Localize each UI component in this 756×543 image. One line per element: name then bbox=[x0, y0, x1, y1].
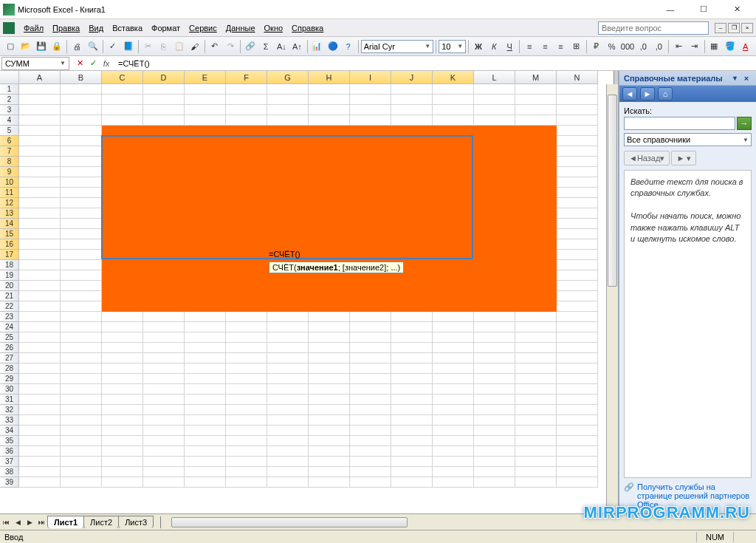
cell[interactable] bbox=[61, 384, 102, 395]
cell[interactable] bbox=[391, 343, 433, 353]
cell[interactable] bbox=[226, 353, 267, 363]
cell[interactable] bbox=[474, 477, 515, 488]
cell[interactable] bbox=[515, 405, 557, 415]
cell[interactable] bbox=[433, 343, 474, 353]
cell[interactable] bbox=[391, 395, 433, 405]
cell[interactable] bbox=[557, 332, 598, 343]
bold-icon[interactable]: Ж bbox=[471, 38, 486, 55]
cell[interactable] bbox=[61, 250, 102, 260]
menu-tools[interactable]: Сервис bbox=[185, 21, 221, 35]
maximize-button[interactable]: ☐ bbox=[687, 1, 720, 18]
row-header-37[interactable]: 37 bbox=[0, 457, 19, 467]
cell[interactable] bbox=[102, 95, 143, 105]
cell[interactable] bbox=[474, 84, 515, 95]
cell[interactable] bbox=[433, 446, 474, 457]
cell[interactable] bbox=[309, 343, 350, 353]
cell[interactable] bbox=[61, 157, 102, 167]
cell[interactable] bbox=[557, 395, 598, 405]
next-sheet-icon[interactable]: ▶ bbox=[24, 516, 35, 528]
cell[interactable] bbox=[19, 477, 61, 488]
column-header-M[interactable]: M bbox=[515, 71, 557, 84]
drawing-icon[interactable]: 🔵 bbox=[326, 38, 340, 55]
cell[interactable] bbox=[515, 426, 557, 436]
increase-decimal-icon[interactable]: ,0 bbox=[636, 38, 650, 55]
cell[interactable] bbox=[19, 115, 61, 126]
row-header-28[interactable]: 28 bbox=[0, 363, 19, 374]
cell[interactable] bbox=[515, 115, 557, 126]
cell[interactable] bbox=[557, 363, 598, 374]
cell[interactable] bbox=[515, 332, 557, 343]
cell[interactable] bbox=[557, 105, 598, 115]
font-color-icon[interactable]: A bbox=[738, 38, 753, 55]
cell[interactable] bbox=[309, 332, 350, 343]
back-button[interactable]: ◄ Назад ▾ bbox=[624, 151, 670, 165]
cell[interactable] bbox=[350, 467, 391, 477]
cell[interactable] bbox=[61, 426, 102, 436]
cell[interactable] bbox=[143, 353, 185, 363]
cell[interactable] bbox=[143, 363, 185, 374]
cell[interactable] bbox=[226, 332, 267, 343]
cell[interactable] bbox=[391, 84, 433, 95]
cell[interactable] bbox=[557, 270, 598, 281]
cell[interactable] bbox=[557, 312, 598, 322]
sheet-tab-2[interactable]: Лист2 bbox=[83, 516, 119, 528]
cell[interactable] bbox=[515, 395, 557, 405]
cell[interactable] bbox=[226, 115, 267, 126]
cell[interactable] bbox=[350, 477, 391, 488]
row-header-24[interactable]: 24 bbox=[0, 322, 19, 332]
cell[interactable] bbox=[309, 95, 350, 105]
cell[interactable] bbox=[391, 322, 433, 332]
cell[interactable] bbox=[350, 115, 391, 126]
active-cell-content[interactable]: =СЧЁТ() bbox=[269, 250, 300, 259]
cell[interactable] bbox=[102, 436, 143, 446]
column-header-G[interactable]: G bbox=[267, 71, 309, 84]
cell[interactable] bbox=[433, 363, 474, 374]
cell[interactable] bbox=[557, 167, 598, 177]
paste-icon[interactable]: 📋 bbox=[172, 38, 187, 55]
cell[interactable] bbox=[557, 188, 598, 198]
cell[interactable] bbox=[309, 363, 350, 374]
cell[interactable] bbox=[19, 395, 61, 405]
cell[interactable] bbox=[267, 395, 309, 405]
partner-services-link[interactable]: 🔗 Получить службы на странице решений па… bbox=[624, 482, 752, 509]
cell[interactable] bbox=[61, 291, 102, 301]
cell[interactable] bbox=[185, 467, 226, 477]
cell[interactable] bbox=[474, 405, 515, 415]
cell[interactable] bbox=[350, 446, 391, 457]
cell[interactable] bbox=[102, 105, 143, 115]
cell[interactable] bbox=[515, 477, 557, 488]
cell[interactable] bbox=[267, 95, 309, 105]
cell[interactable] bbox=[557, 415, 598, 426]
cell[interactable] bbox=[61, 126, 102, 136]
cell[interactable] bbox=[309, 457, 350, 467]
cell[interactable] bbox=[61, 84, 102, 95]
cell[interactable] bbox=[19, 384, 61, 395]
cell[interactable] bbox=[19, 436, 61, 446]
cell[interactable] bbox=[433, 105, 474, 115]
cell[interactable] bbox=[61, 115, 102, 126]
cell[interactable] bbox=[433, 312, 474, 322]
cell[interactable] bbox=[61, 229, 102, 239]
cell[interactable] bbox=[19, 332, 61, 343]
cell[interactable] bbox=[309, 115, 350, 126]
cell[interactable] bbox=[557, 467, 598, 477]
cell[interactable] bbox=[102, 467, 143, 477]
cell[interactable] bbox=[557, 405, 598, 415]
cell[interactable] bbox=[61, 239, 102, 250]
row-header-1[interactable]: 1 bbox=[0, 84, 19, 95]
cell[interactable] bbox=[19, 219, 61, 229]
cell[interactable] bbox=[61, 146, 102, 157]
cell[interactable] bbox=[185, 446, 226, 457]
italic-icon[interactable]: К bbox=[487, 38, 501, 55]
cell[interactable] bbox=[226, 405, 267, 415]
cell[interactable] bbox=[391, 467, 433, 477]
search-go-button[interactable]: → bbox=[737, 117, 752, 130]
cell[interactable] bbox=[226, 446, 267, 457]
cell[interactable] bbox=[557, 115, 598, 126]
cell[interactable] bbox=[19, 136, 61, 146]
cell[interactable] bbox=[61, 260, 102, 270]
cell[interactable] bbox=[350, 332, 391, 343]
cell[interactable] bbox=[557, 374, 598, 384]
cell[interactable] bbox=[19, 291, 61, 301]
row-header-2[interactable]: 2 bbox=[0, 95, 19, 105]
